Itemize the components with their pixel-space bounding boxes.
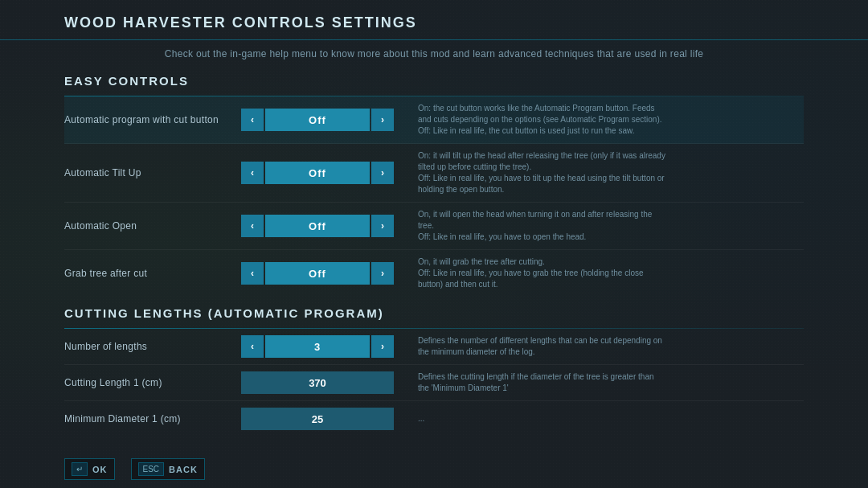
cutting-plain-value-2: 25 <box>241 408 394 430</box>
control-value-1: Off <box>265 162 370 184</box>
cutting-next-btn-0[interactable]: › <box>371 335 394 358</box>
cutting-desc-0: Defines the number of different lengths … <box>418 335 667 358</box>
easy-control-row-3: Grab tree after cut ‹ Off › On, it will … <box>64 250 804 297</box>
setting-desc-2: On, it will open the head when turning i… <box>418 209 667 243</box>
setting-label-2: Automatic Open <box>64 220 241 232</box>
cutting-lengths-title: CUTTING LENGTHS (AUTOMATIC PROGRAM) <box>64 306 804 320</box>
easy-controls-title: EASY CONTROLS <box>64 74 804 88</box>
page-subtitle: Check out the in-game help menu to know … <box>0 40 868 68</box>
control-next-btn-3[interactable]: › <box>371 262 394 285</box>
cutting-row-0: Number of lengths ‹ 3 › Defines the numb… <box>64 329 804 365</box>
setting-label-0: Automatic program with cut button <box>64 114 241 125</box>
cutting-label-1: Cutting Length 1 (cm) <box>64 377 241 388</box>
control-next-btn-2[interactable]: › <box>371 215 394 237</box>
setting-label-3: Grab tree after cut <box>64 268 241 279</box>
control-prev-btn-3[interactable]: ‹ <box>241 262 264 285</box>
cutting-plain-control-1: 370 <box>241 371 394 394</box>
cutting-plain-control-2: 25 <box>241 408 394 430</box>
cutting-row-1: Cutting Length 1 (cm) 370 Defines the cu… <box>64 365 804 401</box>
control-value-3: Off <box>265 262 370 285</box>
control-next-btn-0[interactable]: › <box>371 109 394 131</box>
back-key: ESC <box>138 462 165 476</box>
back-button[interactable]: ESC BACK <box>131 458 205 480</box>
easy-controls-rows: Automatic program with cut button ‹ Off … <box>64 96 804 297</box>
control-next-btn-1[interactable]: › <box>371 162 394 184</box>
cutting-lengths-rows: Number of lengths ‹ 3 › Defines the numb… <box>64 329 804 437</box>
cutting-desc-2: ... <box>418 413 667 424</box>
page-container: WOOD HARVESTER CONTROLS SETTINGS Check o… <box>0 0 868 488</box>
footer: ↵ OK ESC BACK <box>0 450 868 488</box>
setting-control-3: ‹ Off › <box>241 262 394 285</box>
setting-desc-3: On, it will grab the tree after cutting.… <box>418 256 667 290</box>
control-prev-btn-0[interactable]: ‹ <box>241 109 264 131</box>
cutting-value-0: 3 <box>265 335 370 358</box>
easy-control-row-1: Automatic Tilt Up ‹ Off › On: it will ti… <box>64 144 804 203</box>
setting-control-1: ‹ Off › <box>241 162 394 184</box>
easy-control-row-2: Automatic Open ‹ Off › On, it will open … <box>64 203 804 250</box>
page-header: WOOD HARVESTER CONTROLS SETTINGS <box>0 0 868 40</box>
cutting-prev-btn-0[interactable]: ‹ <box>241 335 264 358</box>
control-value-0: Off <box>265 109 370 131</box>
cutting-row-2: Minimum Diameter 1 (cm) 25 ... <box>64 401 804 437</box>
setting-label-1: Automatic Tilt Up <box>64 167 241 178</box>
ok-label: OK <box>92 465 108 474</box>
cutting-label-2: Minimum Diameter 1 (cm) <box>64 413 241 424</box>
cutting-section: CUTTING LENGTHS (AUTOMATIC PROGRAM) Numb… <box>64 306 804 437</box>
cutting-desc-1: Defines the cutting length if the diamet… <box>418 371 667 394</box>
setting-control-2: ‹ Off › <box>241 215 394 237</box>
page-title: WOOD HARVESTER CONTROLS SETTINGS <box>64 14 804 31</box>
setting-control-0: ‹ Off › <box>241 109 394 131</box>
ok-key: ↵ <box>72 462 88 476</box>
setting-desc-1: On: it will tilt up the head after relea… <box>418 150 667 195</box>
setting-desc-0: On: the cut button works like the Automa… <box>418 103 667 137</box>
control-value-2: Off <box>265 215 370 237</box>
cutting-control-0: ‹ 3 › <box>241 335 394 358</box>
control-prev-btn-1[interactable]: ‹ <box>241 162 264 184</box>
cutting-plain-value-1: 370 <box>241 371 394 394</box>
content-area: EASY CONTROLS Automatic program with cut… <box>0 68 868 450</box>
cutting-label-0: Number of lengths <box>64 341 241 352</box>
ok-button[interactable]: ↵ OK <box>64 458 115 480</box>
back-label: BACK <box>169 465 198 474</box>
easy-control-row-0: Automatic program with cut button ‹ Off … <box>64 96 804 144</box>
control-prev-btn-2[interactable]: ‹ <box>241 215 264 237</box>
